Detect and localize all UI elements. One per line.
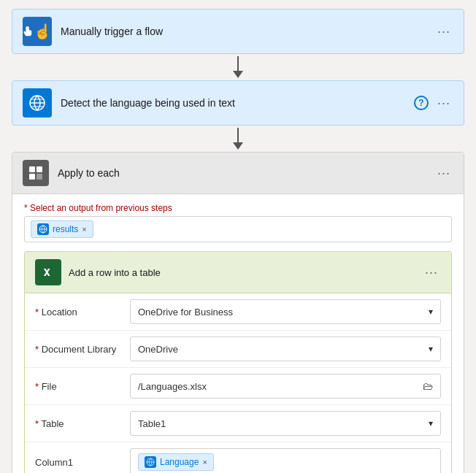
apply-each-dots-menu[interactable]: ··· [434, 164, 453, 182]
location-label: Location [35, 307, 130, 318]
add-row-icon [35, 259, 61, 285]
language-tag: Language × [138, 453, 214, 471]
table-label: Table [35, 418, 130, 429]
detect-language-dots-menu[interactable]: ··· [434, 94, 453, 112]
table-dropdown-arrow: ▾ [429, 418, 433, 428]
svg-rect-6 [37, 174, 42, 180]
select-output-label: * Select an output from previous steps [24, 203, 452, 213]
select-output-section: * Select an output from previous steps r… [24, 203, 452, 242]
trigger-title: Manually trigger a flow [61, 26, 434, 37]
column1-label: Column1 [35, 457, 130, 468]
results-tag-icon [37, 223, 49, 235]
table-field[interactable]: Table1 ▾ [130, 411, 441, 436]
file-browse-icon[interactable]: 🗁 [423, 380, 433, 392]
trigger-step: ☝ Manually trigger a flow ··· [12, 9, 464, 54]
arrow-line-1 [237, 56, 239, 71]
document-library-dropdown-arrow: ▾ [429, 344, 433, 354]
apply-each-container: Apply to each ··· * Select an output fro… [12, 152, 464, 473]
detect-language-actions: ? ··· [414, 94, 453, 112]
svg-point-1 [27, 27, 28, 28]
svg-rect-5 [29, 174, 35, 180]
arrow-head-1 [233, 71, 243, 78]
svg-rect-4 [37, 166, 42, 172]
svg-rect-3 [29, 166, 35, 172]
results-tag-label: results [53, 224, 78, 234]
table-value: Table1 [138, 418, 166, 429]
location-value: OneDrive for Business [138, 307, 233, 318]
arrow-line-2 [237, 128, 239, 142]
detect-language-step: Detect the language being used in text ?… [12, 80, 464, 126]
help-icon[interactable]: ? [414, 96, 429, 110]
apply-each-body: * Select an output from previous steps r… [12, 194, 464, 473]
document-library-value: OneDrive [138, 344, 178, 355]
apply-each-icon [23, 160, 49, 186]
table-row: Table Table1 ▾ [25, 405, 451, 442]
select-output-input[interactable]: results × [24, 216, 452, 242]
results-tag-close[interactable]: × [82, 225, 86, 234]
results-tag: results × [31, 220, 93, 238]
trigger-icon: ☝ [23, 17, 52, 46]
apply-each-actions: ··· [434, 164, 453, 182]
location-dropdown-arrow: ▾ [429, 307, 433, 317]
add-row-actions: ··· [422, 264, 441, 282]
arrow-head-2 [233, 142, 243, 150]
trigger-dots-menu[interactable]: ··· [434, 23, 453, 41]
document-library-field[interactable]: OneDrive ▾ [130, 337, 441, 361]
language-tag-label: Language [160, 457, 199, 467]
svg-rect-8 [41, 265, 55, 280]
language-tag-icon [145, 456, 156, 468]
add-row-step: Add a row into a table ··· Location OneD… [24, 251, 452, 473]
flow-canvas: ☝ Manually trigger a flow ··· Detect the… [0, 0, 476, 473]
document-library-label: Document Library [35, 344, 130, 355]
apply-each-title: Apply to each [58, 167, 434, 179]
file-row: File /Languages.xlsx 🗁 [25, 368, 451, 405]
add-row-header: Add a row into a table ··· [25, 252, 451, 293]
arrow-1 [233, 54, 243, 80]
detect-language-title: Detect the language being used in text [61, 97, 414, 109]
file-value: /Languages.xlsx [138, 381, 207, 392]
arrow-2 [233, 126, 243, 152]
trigger-actions: ··· [434, 23, 453, 41]
detect-language-icon [23, 88, 52, 118]
column1-row: Column1 [25, 442, 451, 473]
column1-field[interactable]: Language × [130, 448, 441, 473]
document-library-row: Document Library OneDrive ▾ [25, 331, 451, 368]
location-field[interactable]: OneDrive for Business ▾ [130, 299, 441, 324]
add-row-dots-menu[interactable]: ··· [422, 264, 441, 282]
add-row-body: Location OneDrive for Business ▾ Documen… [25, 293, 451, 473]
language-tag-close[interactable]: × [202, 458, 207, 466]
add-row-title: Add a row into a table [69, 267, 422, 278]
apply-each-header: Apply to each ··· [12, 153, 464, 194]
file-label: File [35, 381, 130, 392]
file-field[interactable]: /Languages.xlsx 🗁 [130, 374, 441, 399]
location-row: Location OneDrive for Business ▾ [25, 293, 451, 331]
